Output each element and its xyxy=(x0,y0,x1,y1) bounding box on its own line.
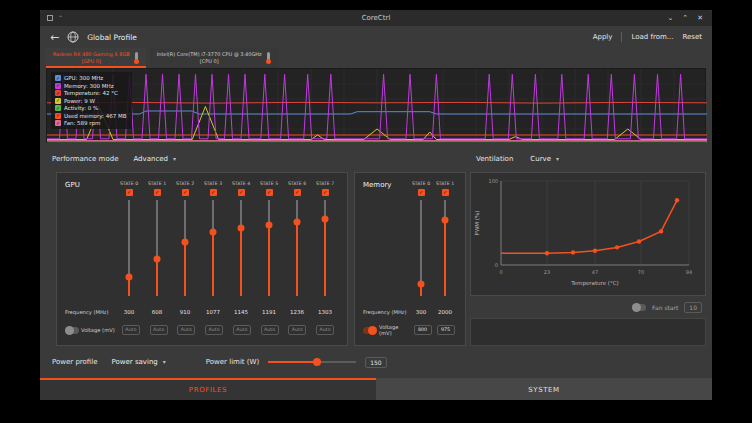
legend-item[interactable]: ✓Fan: 589 rpm xyxy=(55,120,126,126)
mem-freqs: 3002000 xyxy=(409,309,457,315)
monitor-graph[interactable]: ✓GPU: 300 MHz✓Memory: 300 MHz✓Temperatur… xyxy=(46,68,706,143)
legend-checkbox[interactable]: ✓ xyxy=(55,113,61,119)
legend-item[interactable]: ✓Used memory: 467 MB xyxy=(55,113,126,119)
state-frequency-slider[interactable] xyxy=(311,197,339,299)
legend-item[interactable]: ✓Temperature: 42 °C xyxy=(55,90,126,96)
slider-handle[interactable] xyxy=(442,216,449,223)
state-frequency-slider[interactable] xyxy=(171,197,199,299)
fan-mode-dropdown[interactable]: Curve ▾ xyxy=(525,153,564,165)
load-from-button[interactable]: Load from... xyxy=(631,33,673,41)
voltage-value[interactable]: Auto xyxy=(150,325,168,335)
state-checkbox[interactable]: ✓ xyxy=(294,189,301,196)
toolbar-divider xyxy=(621,32,622,42)
slider-handle[interactable] xyxy=(154,256,161,263)
voltage-value[interactable]: Auto xyxy=(205,325,223,335)
voltage-value[interactable]: Auto xyxy=(316,325,334,335)
voltage-value[interactable]: Auto xyxy=(288,325,306,335)
state-frequency-slider[interactable] xyxy=(283,197,311,299)
voltage-value[interactable]: 800 xyxy=(414,325,432,335)
performance-mode-dropdown[interactable]: Advanced ▾ xyxy=(128,153,181,165)
state-checkbox[interactable]: ✓ xyxy=(154,189,161,196)
state-label: STATE 2 xyxy=(176,181,194,186)
state-frequency-slider[interactable] xyxy=(143,197,171,299)
gpu-voltage-toggle[interactable] xyxy=(65,327,79,334)
slider-handle[interactable] xyxy=(294,219,301,226)
toolbar-actions: Apply Load from... Reset xyxy=(593,32,702,42)
window-menu-icon[interactable] xyxy=(47,15,53,21)
thermometer-icon xyxy=(134,52,139,64)
shade-icon[interactable]: ⌃ xyxy=(58,15,63,21)
slider-handle[interactable] xyxy=(418,280,425,287)
power-profile-label: Power profile xyxy=(52,358,98,366)
state-checkbox[interactable]: ✓ xyxy=(126,189,133,196)
tab-system[interactable]: SYSTEM xyxy=(376,378,712,400)
monitor-chart[interactable] xyxy=(47,69,707,144)
reset-button[interactable]: Reset xyxy=(682,33,702,41)
state-label: STATE 7 xyxy=(316,181,334,186)
legend-checkbox[interactable]: ✓ xyxy=(55,98,61,104)
fan-curve-chart[interactable]: 0234770940100Temperature (°C)PWM (%) xyxy=(471,173,705,295)
voltage-value[interactable]: Auto xyxy=(177,325,195,335)
close-icon[interactable]: ✕ xyxy=(697,14,703,22)
tab-cpu0-line2: [CPU 0] xyxy=(157,58,262,65)
frequency-value: 1191 xyxy=(255,309,283,315)
legend-label: Activity: 0 % xyxy=(64,105,98,111)
state-frequency-slider[interactable] xyxy=(433,197,457,299)
state-frequency-slider[interactable] xyxy=(409,197,433,299)
legend-checkbox[interactable]: ✓ xyxy=(55,83,61,89)
legend-item[interactable]: ✓GPU: 300 MHz xyxy=(55,75,126,81)
toggle-knob xyxy=(632,303,641,312)
voltage-value[interactable]: 975 xyxy=(437,325,455,335)
legend-item[interactable]: ✓Activity: 0 % xyxy=(55,105,126,111)
frequency-value: 1077 xyxy=(199,309,227,315)
state-checkbox[interactable]: ✓ xyxy=(266,189,273,196)
slider-handle[interactable] xyxy=(210,228,217,235)
tab-profiles[interactable]: PROFILES xyxy=(40,378,376,400)
voltage-value[interactable]: Auto xyxy=(233,325,251,335)
power-profile-dropdown[interactable]: Power saving ▾ xyxy=(107,356,171,368)
slider-handle[interactable] xyxy=(313,358,321,366)
legend-item[interactable]: ✓Memory: 300 MHz xyxy=(55,83,126,89)
slider-handle[interactable] xyxy=(266,222,273,229)
state-checkbox[interactable]: ✓ xyxy=(418,189,425,196)
slider-handle[interactable] xyxy=(182,238,189,245)
legend-checkbox[interactable]: ✓ xyxy=(55,75,61,81)
voltage-value[interactable]: Auto xyxy=(122,325,140,335)
state-frequency-slider[interactable] xyxy=(255,197,283,299)
back-button[interactable]: ← xyxy=(50,32,59,43)
titlebar[interactable]: ⌃ CoreCtrl ⌄ ⌃ ✕ xyxy=(40,10,712,26)
performance-mode-row: Performance mode Advanced ▾ xyxy=(52,150,181,168)
minimize-icon[interactable]: ⌄ xyxy=(667,14,673,22)
power-limit-input[interactable]: 150 xyxy=(365,357,386,368)
tab-gpu0-line2: [GPU 0] xyxy=(53,58,130,65)
performance-mode-value: Advanced xyxy=(133,155,168,163)
svg-text:100: 100 xyxy=(488,178,498,184)
legend-checkbox[interactable]: ✓ xyxy=(55,105,61,111)
state-checkbox[interactable]: ✓ xyxy=(210,189,217,196)
gpu-volts: AutoAutoAutoAutoAutoAutoAutoAuto xyxy=(117,325,339,335)
frequency-value: 1145 xyxy=(227,309,255,315)
state-checkbox[interactable]: ✓ xyxy=(238,189,245,196)
state-checkbox[interactable]: ✓ xyxy=(442,189,449,196)
legend-item[interactable]: ✓Power: 9 W xyxy=(55,98,126,104)
fan-start-toggle[interactable] xyxy=(632,304,646,311)
state-checkbox[interactable]: ✓ xyxy=(182,189,189,196)
tab-gpu0[interactable]: Radeon RX 480 Gaming X 8GB [GPU 0] xyxy=(46,48,146,68)
slider-handle[interactable] xyxy=(322,215,329,222)
legend-checkbox[interactable]: ✓ xyxy=(55,120,61,126)
slider-handle[interactable] xyxy=(126,274,133,281)
apply-button[interactable]: Apply xyxy=(593,33,613,41)
tab-cpu0[interactable]: Intel(R) Core(TM) i7-3770 CPU @ 3.40GHz … xyxy=(150,48,278,68)
state-frequency-slider[interactable] xyxy=(199,197,227,299)
fan-start-input[interactable]: 10 xyxy=(684,302,702,313)
memory-voltage-toggle[interactable] xyxy=(363,327,377,334)
legend-checkbox[interactable]: ✓ xyxy=(55,90,61,96)
state-frequency-slider[interactable] xyxy=(227,197,255,299)
gpu-freqs: 30060891010771145119112361303 xyxy=(115,309,339,315)
maximize-icon[interactable]: ⌃ xyxy=(682,14,688,22)
slider-handle[interactable] xyxy=(238,224,245,231)
voltage-value[interactable]: Auto xyxy=(261,325,279,335)
power-limit-slider[interactable] xyxy=(268,357,356,367)
state-frequency-slider[interactable] xyxy=(115,197,143,299)
state-checkbox[interactable]: ✓ xyxy=(322,189,329,196)
